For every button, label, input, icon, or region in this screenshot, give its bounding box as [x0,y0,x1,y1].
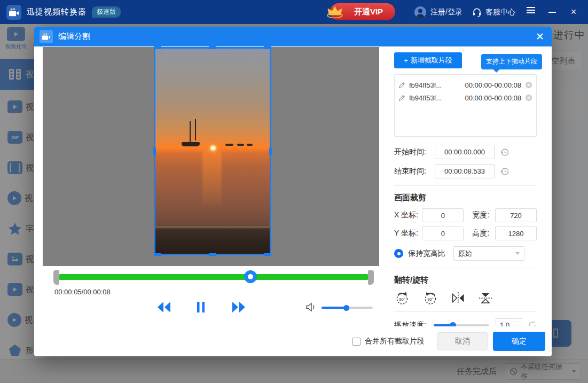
avatar-icon [414,6,427,19]
clip-name: fb94ff53f... [409,94,461,102]
divider [394,185,537,186]
volume-icon[interactable] [305,302,317,314]
transform-section-title: 翻转/旋转 [394,275,537,285]
reset-start-time-icon[interactable] [500,147,509,157]
clip-list: fb94ff53f... 00:00:00-00:00:08 fb94ff53f… [394,74,537,137]
crop-x-input[interactable] [422,208,464,222]
crown-icon [326,4,344,19]
vip-button[interactable]: 开通VIP [330,3,395,20]
close-icon[interactable]: ✕ [536,32,544,42]
speed-up-button[interactable] [513,319,522,325]
plus-icon: + [404,57,408,65]
crop-handle[interactable] [153,147,156,155]
support-button[interactable]: 客服中心 [472,7,515,17]
cancel-button[interactable]: 取消 [437,332,488,350]
clip-row[interactable]: fb94ff53f... 00:00:00-00:00:08 [398,79,532,91]
drag-hint-tooltip: 支持上下拖动片段 [481,54,542,69]
divider [394,268,537,268]
menu-button[interactable] [525,0,537,24]
edit-split-dialog: 编辑分割 ✕ [34,27,552,356]
login-button[interactable]: 注册/登录 [414,6,462,19]
camera-icon [40,30,53,43]
titlebar: 迅捷视频转换器 极速版 开通VIP 注册/登录 客服中心 × [0,0,588,24]
hamburger-icon [527,5,535,15]
crop-handle[interactable] [264,46,271,49]
app-title: 迅捷视频转换器 [27,7,87,17]
ok-button[interactable]: 确定 [493,332,545,351]
trim-bar [53,270,374,286]
crop-handle[interactable] [269,147,272,155]
aspect-ratio-select[interactable]: 原始 [453,246,524,261]
flip-vertical-button[interactable] [478,291,493,305]
clip-range: 00:00:00-00:00:08 [465,94,521,102]
volume-knob[interactable] [343,305,349,311]
crop-height-input[interactable] [495,226,537,240]
crop-handle[interactable] [209,253,216,256]
speed-stepper [513,318,522,326]
speed-label: 播放速度: [394,321,434,327]
dialog-header: 编辑分割 ✕ [34,27,552,46]
speed-slider[interactable] [434,324,490,326]
volume-slider[interactable] [322,307,373,309]
boat-silhouette [182,142,200,146]
delete-clip-icon[interactable] [525,94,532,101]
speed-down-button[interactable] [513,325,522,326]
clip-row[interactable]: fb94ff53f... 00:00:00-00:00:08 [398,91,532,104]
svg-text:90°: 90° [427,297,433,302]
edition-badge: 极速版 [92,6,121,18]
crop-height-label: 高度: [472,229,495,238]
boat-mast [195,119,196,140]
crop-width-input[interactable] [495,208,537,222]
merge-clips-label: 合并所有截取片段 [365,337,425,346]
rewind-button[interactable] [156,301,172,316]
crop-section-title: 画面裁剪 [394,193,537,203]
edit-pencil-icon[interactable] [398,82,405,89]
pause-button[interactable] [196,301,206,316]
sun-reflection [202,150,222,206]
merge-clips-checkbox[interactable] [352,338,360,346]
crop-handle[interactable] [264,253,271,256]
reset-end-time-icon[interactable] [500,167,509,176]
crop-y-label: Y 坐标: [394,229,422,238]
add-segment-button[interactable]: + 新增截取片段 [394,52,462,68]
chevron-down-icon [515,252,520,255]
preview-viewport [43,47,379,266]
timeline-track[interactable] [58,274,370,280]
crop-handle[interactable] [209,46,216,49]
crop-width-label: 宽度: [472,210,495,220]
minimize-icon [548,12,556,13]
trim-start-handle[interactable] [53,270,59,285]
start-time-label: 开始时间: [394,147,435,157]
start-time-input[interactable] [435,145,495,159]
rotate-cw-button[interactable]: 90° [394,290,410,306]
crop-y-input[interactable] [422,226,464,240]
fast-forward-button[interactable] [231,301,247,316]
keep-aspect-radio[interactable] [394,249,403,258]
playback-controls [34,300,394,317]
crop-x-label: X 坐标: [394,210,422,220]
delete-clip-icon[interactable] [525,81,532,89]
end-time-label: 结束时间: [394,167,435,176]
speed-value: 1.0 [496,318,513,326]
video-preview[interactable] [154,47,271,255]
trim-end-handle[interactable] [368,270,374,285]
divider [394,311,537,312]
edit-pencil-icon[interactable] [398,95,405,101]
boat-mast [190,121,191,143]
playhead[interactable] [244,270,257,283]
crop-handle[interactable] [154,46,161,49]
flip-horizontal-button[interactable] [451,291,466,305]
headset-icon [472,7,482,17]
dialog-title: 编辑分割 [58,32,536,42]
clip-name: fb94ff53f... [409,81,461,89]
close-window-button[interactable]: × [568,0,579,24]
dialog-footer: 合并所有截取片段 取消 确定 [34,326,552,356]
rotate-ccw-button[interactable]: 90° [422,290,438,306]
crop-handle[interactable] [154,253,161,256]
reset-speed-icon[interactable] [528,321,537,326]
minimize-button[interactable] [546,0,558,24]
right-panel: + 新增截取片段 支持上下拖动片段 fb94ff53f... 00:00:00-… [394,46,552,326]
speed-knob[interactable] [450,322,456,327]
svg-text:90°: 90° [399,297,405,302]
end-time-input[interactable] [435,164,495,178]
